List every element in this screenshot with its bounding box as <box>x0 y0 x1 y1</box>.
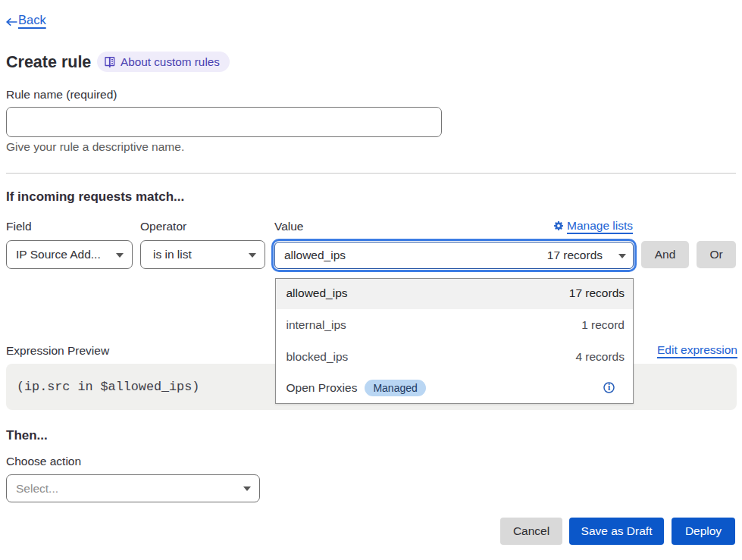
svg-text:i: i <box>607 383 610 392</box>
